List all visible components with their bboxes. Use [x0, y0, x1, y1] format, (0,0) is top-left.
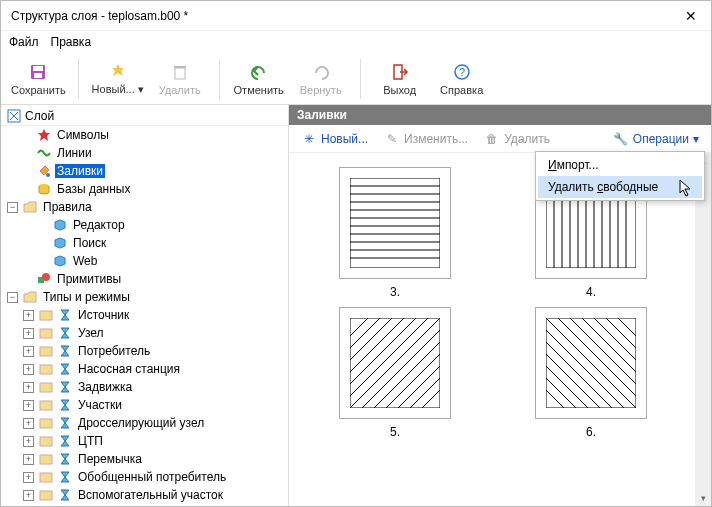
svg-rect-20: [40, 437, 52, 446]
expand-icon[interactable]: +: [23, 346, 34, 357]
tree-root[interactable]: Слой: [1, 107, 288, 126]
tree-item-symbols[interactable]: Символы: [1, 126, 288, 144]
svg-text:?: ?: [459, 66, 465, 78]
menu-edit[interactable]: Правка: [51, 35, 92, 49]
tree-item-lines[interactable]: Линии: [1, 144, 288, 162]
tree-item-fills[interactable]: Заливки: [1, 162, 288, 180]
expand-icon[interactable]: +: [23, 436, 34, 447]
undo-button[interactable]: Отменить: [232, 56, 286, 102]
star-icon: [36, 127, 52, 143]
expand-icon[interactable]: +: [23, 454, 34, 465]
tree-item-search[interactable]: Поиск: [1, 234, 288, 252]
collapse-icon[interactable]: −: [7, 292, 18, 303]
hourglass-icon: [57, 325, 73, 341]
dropdown-import[interactable]: Импорт...: [538, 154, 702, 176]
svg-rect-18: [40, 401, 52, 410]
hourglass-icon: [57, 379, 73, 395]
help-icon: ?: [452, 62, 472, 82]
cube-icon: [52, 217, 68, 233]
expand-icon[interactable]: +: [23, 400, 34, 411]
exit-button[interactable]: Выход: [373, 56, 427, 102]
trash-icon: 🗑: [484, 131, 500, 147]
svg-rect-24: [350, 178, 440, 268]
close-button[interactable]: ✕: [681, 8, 701, 24]
expand-icon[interactable]: +: [23, 382, 34, 393]
ops-dropdown: Импорт... Удалить свободные: [535, 151, 705, 201]
pattern-item-5[interactable]: 5.: [339, 307, 451, 439]
horizontal-hatch-icon: [350, 178, 440, 268]
svg-rect-1: [33, 66, 43, 71]
expand-icon[interactable]: +: [23, 418, 34, 429]
svg-rect-14: [40, 329, 52, 338]
pattern-item-6[interactable]: 6.: [535, 307, 647, 439]
pattern-item-3[interactable]: 3.: [339, 167, 451, 299]
pencil-icon: ✎: [384, 131, 400, 147]
tree-item-gen-consumer[interactable]: +Обобщенный потребитель: [1, 468, 288, 486]
diagonal-hatch-icon: [350, 318, 440, 408]
tree-item-aux-section[interactable]: +Вспомогательный участок: [1, 486, 288, 504]
svg-rect-17: [40, 383, 52, 392]
delete-button: Удалить: [153, 56, 207, 102]
svg-rect-16: [40, 365, 52, 374]
dropdown-delete-free[interactable]: Удалить свободные: [538, 176, 702, 198]
tree-item-source[interactable]: +Источник: [1, 306, 288, 324]
window-title: Структура слоя - teplosam.b00 *: [11, 9, 681, 23]
sparkle-icon: ✳: [301, 131, 317, 147]
svg-rect-22: [40, 473, 52, 482]
hourglass-icon: [57, 415, 73, 431]
right-panel: Заливки ✳Новый... ✎Изменить... 🗑Удалить …: [289, 105, 711, 506]
redo-icon: [311, 62, 331, 82]
vertical-scrollbar[interactable]: ▴ ▾: [695, 153, 711, 506]
tree-item-primitives[interactable]: Примитивы: [1, 270, 288, 288]
folder-icon: [38, 415, 54, 431]
cube-icon: [52, 235, 68, 251]
tree-item-node[interactable]: +Узел: [1, 324, 288, 342]
expand-icon[interactable]: +: [23, 364, 34, 375]
wrench-icon: 🔧: [613, 131, 629, 147]
panel-new-button[interactable]: ✳Новый...: [295, 129, 374, 149]
tree-item-db[interactable]: Базы данных: [1, 180, 288, 198]
scroll-down-icon[interactable]: ▾: [695, 490, 711, 506]
undo-icon: [249, 62, 269, 82]
expand-icon[interactable]: +: [23, 472, 34, 483]
expand-icon[interactable]: +: [23, 310, 34, 321]
tree-item-sections[interactable]: +Участки: [1, 396, 288, 414]
folder-icon: [38, 325, 54, 341]
diagonal-hatch-reverse-icon: [546, 318, 636, 408]
folder-open-icon: [22, 289, 38, 305]
hourglass-icon: [57, 487, 73, 503]
tree-item-jumper[interactable]: +Перемычка: [1, 450, 288, 468]
svg-rect-23: [40, 491, 52, 500]
tree-item-consumer[interactable]: +Потребитель: [1, 342, 288, 360]
svg-rect-3: [175, 68, 185, 79]
panel-ops-button[interactable]: 🔧Операции ▾: [607, 129, 705, 149]
tree-item-valve[interactable]: +Задвижка: [1, 378, 288, 396]
svg-rect-4: [174, 66, 186, 68]
svg-rect-21: [40, 455, 52, 464]
tree-panel[interactable]: Слой Символы Линии Заливки Базы данных −…: [1, 105, 289, 506]
help-button[interactable]: ? Справка: [435, 56, 489, 102]
folder-icon: [38, 307, 54, 323]
save-button[interactable]: Сохранить: [11, 56, 66, 102]
tree-item-rules[interactable]: −Правила: [1, 198, 288, 216]
tree-item-web[interactable]: Web: [1, 252, 288, 270]
tree-item-editor[interactable]: Редактор: [1, 216, 288, 234]
folder-open-icon: [22, 199, 38, 215]
hourglass-icon: [57, 433, 73, 449]
database-icon: [36, 181, 52, 197]
titlebar: Структура слоя - teplosam.b00 * ✕: [1, 1, 711, 31]
new-button[interactable]: Новый... ▾: [91, 56, 145, 102]
tree-item-pump[interactable]: +Насосная станция: [1, 360, 288, 378]
tree-item-ctp[interactable]: +ЦТП: [1, 432, 288, 450]
app-window: Структура слоя - teplosam.b00 * ✕ Файл П…: [0, 0, 712, 507]
tree-item-throttle[interactable]: +Дросселирующий узел: [1, 414, 288, 432]
save-icon: [28, 62, 48, 82]
wave-icon: [36, 145, 52, 161]
collapse-icon[interactable]: −: [7, 202, 18, 213]
expand-icon[interactable]: +: [23, 328, 34, 339]
expand-icon[interactable]: +: [23, 490, 34, 501]
svg-rect-15: [40, 347, 52, 356]
panel-toolbar: ✳Новый... ✎Изменить... 🗑Удалить 🔧Операци…: [289, 125, 711, 153]
tree-item-types[interactable]: −Типы и режимы: [1, 288, 288, 306]
menu-file[interactable]: Файл: [9, 35, 39, 49]
